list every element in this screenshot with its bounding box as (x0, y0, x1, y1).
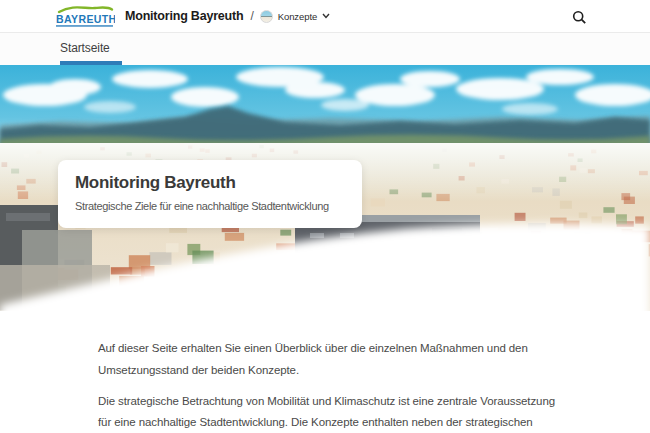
app-header: BAYREUTH Monitoring Bayreuth / Konzepte (0, 0, 650, 33)
main-nav: Startseite (0, 33, 650, 65)
hero-section: Monitoring Bayreuth Strategische Ziele f… (0, 65, 650, 330)
logo-underline (56, 25, 113, 26)
concept-switcher-label: Konzepte (278, 11, 317, 22)
breadcrumb-separator: / (250, 9, 253, 23)
intro-paragraph: Die strategische Betrachtung von Mobilit… (98, 391, 570, 433)
chevron-down-icon (322, 13, 330, 19)
nav-item-startseite[interactable]: Startseite (60, 41, 110, 55)
intro-text-section: Auf dieser Seite erhalten Sie einen Über… (0, 330, 578, 433)
bayreuth-logo[interactable]: BAYREUTH (55, 3, 115, 29)
logo-swoosh-icon (59, 7, 112, 12)
search-button[interactable] (570, 8, 588, 26)
hero-subtitle: Strategische Ziele für eine nachhaltige … (75, 200, 346, 212)
hero-title: Monitoring Bayreuth (75, 173, 346, 193)
concept-thumbnail-icon (260, 10, 273, 23)
intro-paragraph: Auf dieser Seite erhalten Sie einen Über… (98, 338, 570, 382)
logo-text: BAYREUTH (56, 13, 115, 25)
hero-title-card: Monitoring Bayreuth Strategische Ziele f… (58, 160, 362, 228)
concept-switcher-dropdown[interactable]: Konzepte (260, 10, 330, 23)
site-title[interactable]: Monitoring Bayreuth (125, 9, 243, 23)
search-icon (572, 10, 587, 25)
